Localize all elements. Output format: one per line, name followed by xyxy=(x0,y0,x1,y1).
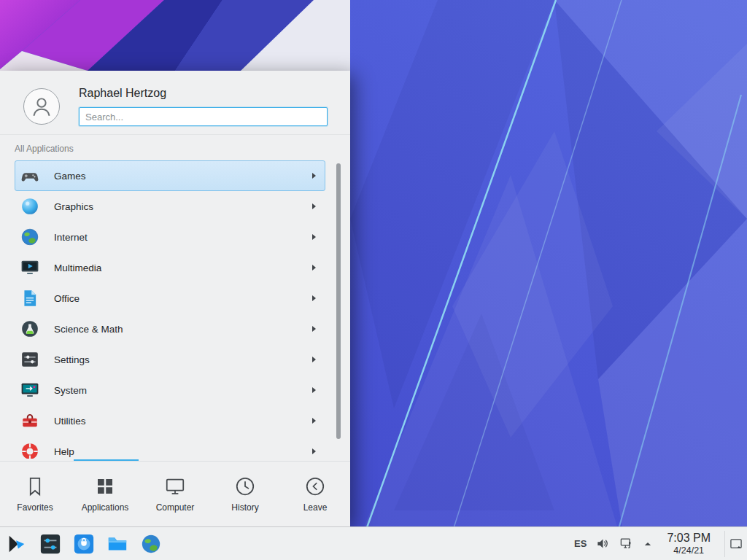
submenu-arrow-icon xyxy=(312,173,316,179)
category-label: Office xyxy=(54,293,312,304)
category-label: Science & Math xyxy=(54,324,312,335)
keyboard-layout-indicator[interactable]: ES xyxy=(574,538,587,549)
category-label: Games xyxy=(54,171,312,182)
user-name: Raphael Hertzog xyxy=(79,87,166,100)
category-item-settings[interactable]: Settings xyxy=(15,344,325,375)
category-item-science[interactable]: Science & Math xyxy=(15,314,325,344)
tab-label: Computer xyxy=(156,502,195,513)
submenu-arrow-icon xyxy=(312,265,316,271)
section-label: All Applications xyxy=(15,144,74,154)
document-icon xyxy=(20,289,39,308)
user-icon xyxy=(29,94,54,119)
file-manager-icon xyxy=(107,533,128,555)
category-item-internet[interactable]: Internet xyxy=(15,222,325,252)
application-launcher-menu: Raphael Hertzog All Applications Games G… xyxy=(0,71,350,526)
system-monitor-icon xyxy=(20,381,39,400)
leave-icon xyxy=(304,475,326,497)
submenu-arrow-icon xyxy=(312,387,316,393)
tab-favorites[interactable]: Favorites xyxy=(0,462,70,526)
submenu-arrow-icon xyxy=(312,357,316,362)
volume-icon[interactable] xyxy=(596,537,610,551)
category-label: Graphics xyxy=(54,201,312,212)
file-manager-launcher[interactable] xyxy=(105,532,130,556)
network-icon[interactable] xyxy=(619,537,633,551)
category-item-office[interactable]: Office xyxy=(15,283,325,314)
search-input[interactable] xyxy=(79,107,328,126)
media-player-icon xyxy=(20,258,39,277)
settings-sliders-icon xyxy=(20,350,39,369)
paint-sphere-icon xyxy=(20,197,39,216)
category-item-graphics[interactable]: Graphics xyxy=(15,191,325,222)
science-flask-icon xyxy=(20,319,39,338)
submenu-arrow-icon xyxy=(312,448,316,454)
tab-label: Applications xyxy=(82,502,129,513)
category-label: Multimedia xyxy=(54,262,312,273)
globe-icon xyxy=(20,228,39,246)
category-item-multimedia[interactable]: Multimedia xyxy=(15,252,325,283)
task-settings-icon xyxy=(39,533,61,555)
submenu-arrow-icon xyxy=(312,326,316,332)
submenu-arrow-icon xyxy=(312,203,316,209)
toolbox-icon xyxy=(20,411,39,430)
show-desktop-button[interactable] xyxy=(724,531,743,557)
launcher-header: Raphael Hertzog xyxy=(0,71,350,135)
computer-icon xyxy=(164,475,186,497)
category-label: Internet xyxy=(54,232,312,243)
category-label: Settings xyxy=(54,354,312,365)
submenu-arrow-icon xyxy=(312,295,316,301)
category-label: System xyxy=(54,385,312,396)
clock-date: 4/24/21 xyxy=(673,545,704,556)
application-launcher-button[interactable] xyxy=(4,532,29,556)
tab-applications[interactable]: Applications xyxy=(70,462,140,526)
tab-label: Leave xyxy=(303,502,328,513)
desktop[interactable]: Raphael Hertzog All Applications Games G… xyxy=(0,0,747,560)
tab-history[interactable]: History xyxy=(210,462,280,526)
kde-menu-icon xyxy=(6,533,28,555)
category-label: Utilities xyxy=(54,416,312,427)
task-settings-launcher[interactable] xyxy=(38,532,63,556)
show-desktop-icon xyxy=(729,537,743,551)
gamepad-icon xyxy=(20,166,39,185)
tab-leave[interactable]: Leave xyxy=(280,462,350,526)
tab-label: Favorites xyxy=(17,502,53,513)
bookmark-icon xyxy=(24,475,46,497)
category-item-games[interactable]: Games xyxy=(15,160,325,191)
tab-computer[interactable]: Computer xyxy=(140,462,210,526)
web-browser-launcher[interactable] xyxy=(139,532,163,556)
app-grid-icon xyxy=(94,475,116,497)
system-tray: ES 7:03 PM 4/24/21 xyxy=(574,531,743,557)
category-item-system[interactable]: System xyxy=(15,375,325,405)
category-item-help[interactable]: Help xyxy=(15,436,325,459)
history-clock-icon xyxy=(234,475,256,497)
submenu-arrow-icon xyxy=(312,418,316,424)
clock-time: 7:03 PM xyxy=(667,532,711,545)
discover-icon xyxy=(73,533,95,555)
digital-clock[interactable]: 7:03 PM 4/24/21 xyxy=(667,532,711,556)
user-avatar[interactable] xyxy=(23,88,60,125)
scrollbar[interactable] xyxy=(336,163,341,439)
submenu-arrow-icon xyxy=(312,234,316,240)
taskbar: ES 7:03 PM 4/24/21 xyxy=(0,526,747,560)
expand-tray-icon[interactable] xyxy=(643,539,653,549)
life-ring-icon xyxy=(20,442,39,459)
discover-launcher[interactable] xyxy=(71,532,96,556)
category-item-utilities[interactable]: Utilities xyxy=(15,405,325,436)
category-label: Help xyxy=(54,446,312,457)
category-list: Games Graphics Internet xyxy=(0,160,350,459)
web-browser-icon xyxy=(140,533,162,555)
launcher-tab-bar: Favorites Applications Computer History … xyxy=(0,461,350,526)
tab-label: History xyxy=(231,502,258,513)
